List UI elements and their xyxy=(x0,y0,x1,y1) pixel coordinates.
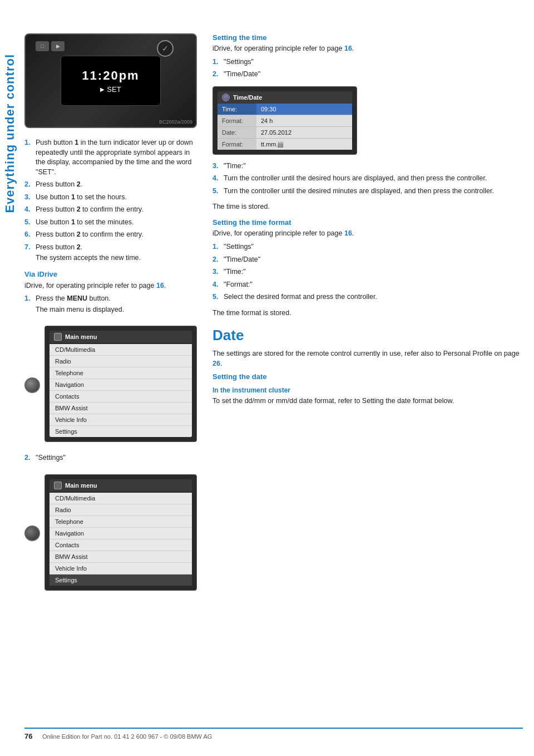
date-intro: The settings are stored for the remote c… xyxy=(212,348,523,370)
step-item-1: 1. Push button 1 in the turn indicator l… xyxy=(24,138,197,177)
footer-text: Online Edition for Part no. 01 41 2 600 … xyxy=(42,733,212,740)
cluster-display: 11:20pm ▶ SET xyxy=(61,56,161,106)
menu1-item-cd: CD/Multimedia xyxy=(50,344,192,356)
via-idrive-link[interactable]: 16 xyxy=(156,282,164,289)
via-idrive-step2-list: 2. "Settings" xyxy=(24,453,197,463)
setting-date-heading: Setting the date xyxy=(212,372,523,381)
step-item-3: 3. Use button 1 to set the hours. xyxy=(24,193,197,203)
left-column: □ ▶ 11:20pm ▶ SET BC2002a/2009 1. Push xyxy=(24,33,197,597)
time-date-display: ⏱ Time/Date Time: 09:30 Format: 24 h Dat… xyxy=(212,86,357,155)
time-format-steps: 1. "Settings" 2. "Time/Date" 3. "Time:" … xyxy=(212,242,523,302)
step-item-2: 2. Press button 2. xyxy=(24,180,197,190)
td-clock-icon: ⏱ xyxy=(222,94,230,101)
menu1-items: CD/Multimedia Radio Telephone Navigation… xyxy=(50,344,192,437)
st2-step-4: 4. Turn the controller until the desired… xyxy=(212,174,523,184)
time-format-intro: iDrive, for operating principle refer to… xyxy=(212,228,523,239)
step-item-5: 5. Use button 1 to set the minutes. xyxy=(24,218,197,228)
menu1-icon xyxy=(54,333,62,341)
td-rows: Time: 09:30 Format: 24 h Date: 27.05.201… xyxy=(217,104,352,150)
td-value-format2: tt.mm.jjjj xyxy=(256,139,352,150)
step-item-6: 6. Press button 2 to confirm the entry. xyxy=(24,230,197,240)
cluster-arrow-icon: ▶ xyxy=(100,86,105,92)
sidebar-label: Everything under control xyxy=(0,45,20,223)
intro-steps-list: 1. Push button 1 in the turn indicator l… xyxy=(24,138,197,263)
time-format-heading: Setting the time format xyxy=(212,218,523,227)
footer: 76 Online Edition for Part no. 01 41 2 6… xyxy=(24,728,523,740)
menu2-item-contacts: Contacts xyxy=(50,539,192,551)
cluster-time-display: 11:20pm xyxy=(82,68,139,83)
td-label-format1: Format: xyxy=(217,115,256,126)
time-stored-note: The time is stored. xyxy=(212,203,523,210)
menu1-item-contacts: Contacts xyxy=(50,391,192,402)
st2-step-5: 5. Turn the controller until the desired… xyxy=(212,186,523,197)
menu2-title: Main menu xyxy=(65,482,97,489)
menu2-icon xyxy=(54,482,62,489)
td-label-date: Date: xyxy=(217,127,256,138)
td-label-time: Time: xyxy=(217,104,256,115)
menu1-item-navigation: Navigation xyxy=(50,379,192,391)
date-heading: Date xyxy=(212,327,523,344)
menu2-items: CD/Multimedia Radio Telephone Navigation… xyxy=(50,493,192,586)
time-format-link[interactable]: 16 xyxy=(344,229,352,237)
tf-step-5: 5. Select the desired format and press t… xyxy=(212,292,523,302)
via-idrive-step-1: 1. Press the MENU button. The main menu … xyxy=(24,294,197,315)
td-row-format1: Format: 24 h xyxy=(217,115,352,127)
menu2-item-vehicle: Vehicle Info xyxy=(50,563,192,575)
menu2-item-cd: CD/Multimedia xyxy=(50,493,192,504)
menu2-item-bmw: BMW Assist xyxy=(50,551,192,563)
controller-knob-1 xyxy=(24,377,40,393)
instrument-cluster-text: To set the dd/mm or mm/dd date format, r… xyxy=(212,396,523,406)
td-value-time: 09:30 xyxy=(256,104,352,115)
date-profile-link[interactable]: 26 xyxy=(212,360,220,367)
tf-step-4: 4. "Format:" xyxy=(212,280,523,290)
step-item-4: 4. Press button 2 to confirm the entry. xyxy=(24,205,197,215)
td-value-date: 27.05.2012 xyxy=(256,127,352,138)
instrument-cluster-subheading: In the instrument cluster xyxy=(212,386,523,394)
cluster-icon-2: ▶ xyxy=(51,41,65,51)
tf-step-2: 2. "Time/Date" xyxy=(212,255,523,265)
tf-step-1: 1. "Settings" xyxy=(212,242,523,252)
via-idrive-intro: iDrive, for operating principle refer to… xyxy=(24,281,197,291)
menu2-item-settings: Settings xyxy=(50,575,192,586)
main-menu-1-container: Main menu CD/Multimedia Radio Telephone … xyxy=(24,321,197,449)
menu1-item-telephone: Telephone xyxy=(50,367,192,379)
menu2-item-navigation: Navigation xyxy=(50,528,192,539)
setting-time-intro: iDrive, for operating principle refer to… xyxy=(212,43,523,54)
td-title-text: Time/Date xyxy=(233,94,262,101)
page-number: 76 xyxy=(24,732,38,740)
menu1-item-vehicle: Vehicle Info xyxy=(50,414,192,426)
cluster-check-circle xyxy=(157,40,174,57)
td-value-format1: 24 h xyxy=(256,115,352,126)
main-menu-1: Main menu CD/Multimedia Radio Telephone … xyxy=(44,326,197,442)
menu1-title: Main menu xyxy=(65,333,97,340)
main-menu-2-container: Main menu CD/Multimedia Radio Telephone … xyxy=(24,470,197,597)
st-step-2: 2. "Time/Date" xyxy=(212,70,523,80)
main-menu-2: Main menu CD/Multimedia Radio Telephone … xyxy=(44,474,197,591)
cluster-icon-1: □ xyxy=(36,41,49,51)
menu1-item-bmw: BMW Assist xyxy=(50,402,192,414)
image-caption: BC2002a/2009 xyxy=(159,119,192,125)
td-row-format2: Format: tt.mm.jjjj xyxy=(217,139,352,150)
step-7-sub: The system accepts the new time. xyxy=(36,253,197,263)
cluster-set-label: ▶ SET xyxy=(100,85,121,94)
td-title-bar: ⏱ Time/Date xyxy=(217,91,352,104)
cluster-icons: □ ▶ xyxy=(36,41,65,51)
menu1-item-settings: Settings xyxy=(50,426,192,437)
cluster-image: □ ▶ 11:20pm ▶ SET BC2002a/2009 xyxy=(24,33,197,128)
step-item-7: 7. Press button 2.The system accepts the… xyxy=(24,243,197,263)
setting-time-heading: Setting the time xyxy=(212,33,523,42)
setting-time-link[interactable]: 16 xyxy=(344,45,352,52)
right-column: Setting the time iDrive, for operating p… xyxy=(212,33,523,597)
td-row-time: Time: 09:30 xyxy=(217,104,352,115)
st-step-1: 1. "Settings" xyxy=(212,57,523,67)
time-format-stored: The time format is stored. xyxy=(212,309,523,317)
via-idrive-step-2: 2. "Settings" xyxy=(24,453,197,463)
td-row-date: Date: 27.05.2012 xyxy=(217,127,352,139)
st2-step-3: 3. "Time:" xyxy=(212,161,523,171)
menu2-item-radio: Radio xyxy=(50,504,192,516)
menu1-item-radio: Radio xyxy=(50,356,192,367)
via-idrive-heading: Via iDrive xyxy=(24,270,197,278)
setting-time-steps1: 1. "Settings" 2. "Time/Date" xyxy=(212,57,523,80)
menu2-item-telephone: Telephone xyxy=(50,516,192,528)
controller-knob-2 xyxy=(24,526,40,541)
